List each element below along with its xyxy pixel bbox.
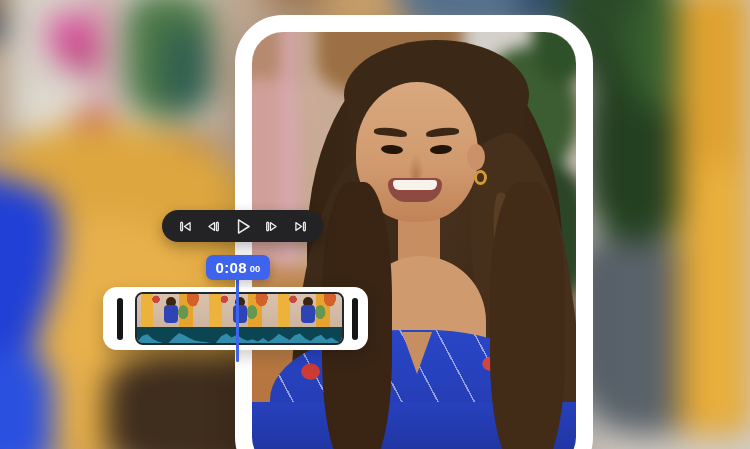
audio-waveform — [137, 327, 342, 343]
thumbnail-figure — [164, 297, 178, 325]
earring — [474, 170, 487, 185]
skip-to-end-button[interactable] — [289, 215, 311, 237]
thumbnail-figure — [301, 297, 315, 325]
play-icon — [232, 216, 253, 237]
timecode-seconds: 0:08 — [216, 260, 247, 275]
next-frame-button[interactable] — [260, 215, 282, 237]
trim-handle-left[interactable] — [117, 298, 123, 340]
skip-to-end-icon — [292, 218, 309, 235]
previous-frame-button[interactable] — [203, 215, 225, 237]
video-thumbnail — [205, 294, 273, 327]
trim-handle-right[interactable] — [352, 298, 358, 340]
video-thumbnail — [274, 294, 342, 327]
teeth — [393, 180, 437, 190]
playhead[interactable] — [236, 278, 239, 362]
thumbnail-row — [137, 294, 342, 327]
playback-controls-bar — [162, 210, 323, 242]
timecode-badge[interactable]: 0:08 00 — [206, 255, 270, 280]
timecode-frames: 00 — [250, 261, 261, 274]
play-button[interactable] — [232, 215, 254, 237]
skip-to-start-button[interactable] — [174, 215, 196, 237]
skip-to-start-icon — [177, 218, 194, 235]
clip-filmstrip[interactable] — [135, 292, 344, 345]
nose — [408, 154, 424, 180]
video-thumbnail — [137, 294, 205, 327]
promo-canvas: 0:08 00 — [0, 0, 750, 449]
thumbnail-figure — [233, 297, 247, 325]
previous-frame-icon — [205, 218, 222, 235]
next-frame-icon — [263, 218, 280, 235]
